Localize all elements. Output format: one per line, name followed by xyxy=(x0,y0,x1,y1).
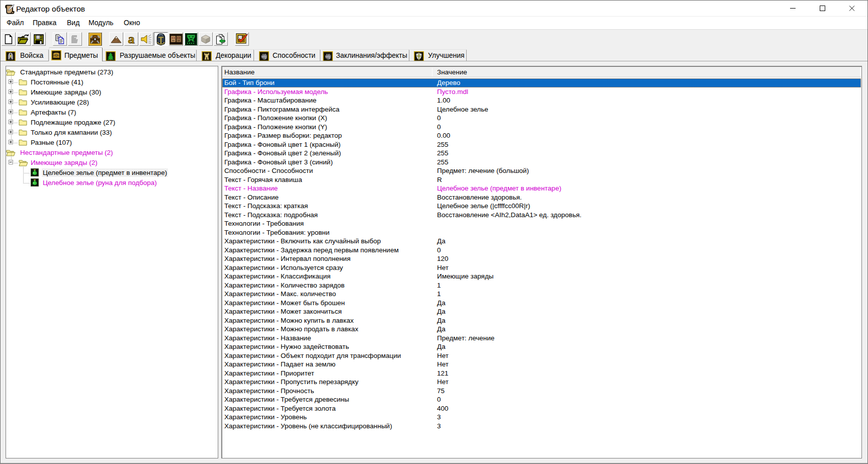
svg-text:a: a xyxy=(128,33,135,45)
